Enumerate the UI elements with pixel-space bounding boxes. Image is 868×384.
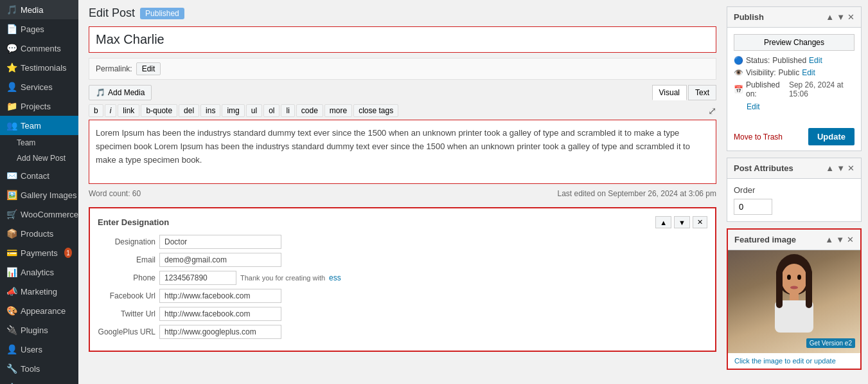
del-button[interactable]: del — [179, 104, 199, 117]
designation-collapse-up[interactable]: ▲ — [655, 216, 671, 228]
sidebar-subitem-add-new-post[interactable]: Add New Post — [0, 151, 78, 166]
sidebar-item-comments[interactable]: 💬 Comments — [0, 39, 78, 58]
featured-up-btn[interactable]: ▲ — [825, 235, 833, 244]
preview-changes-button[interactable]: Preview Changes — [734, 34, 855, 51]
designation-label: Designation — [98, 237, 155, 246]
text-tab[interactable]: Text — [688, 85, 716, 100]
click-to-edit-link[interactable]: Click the image to edit or update — [734, 357, 836, 365]
ul-button[interactable]: ul — [246, 104, 262, 117]
svg-point-4 — [787, 275, 791, 280]
publish-close-btn[interactable]: ✕ — [847, 12, 855, 22]
featured-image-header: Featured image ▲ ▼ ✕ — [728, 230, 860, 250]
testimonials-icon: ⭐ — [6, 62, 17, 73]
featured-image-container[interactable]: Get Version e2 — [728, 250, 860, 353]
visual-tab[interactable]: Visual — [652, 85, 687, 100]
bquote-button[interactable]: b-quote — [141, 104, 177, 117]
sidebar-item-pages[interactable]: 📄 Pages — [0, 19, 78, 39]
sidebar-item-projects[interactable]: 📁 Projects — [0, 96, 78, 116]
appearance-icon: 🎨 — [6, 306, 17, 316]
update-button[interactable]: Update — [808, 128, 855, 145]
more-button[interactable]: more — [324, 104, 352, 117]
twitter-input[interactable] — [159, 307, 281, 321]
ins-button[interactable]: ins — [200, 104, 220, 117]
word-count: Word count: 60 — [89, 189, 141, 198]
img-button[interactable]: img — [222, 104, 244, 117]
code-button[interactable]: code — [296, 104, 323, 117]
sidebar-item-label: Pages — [21, 24, 44, 34]
italic-button[interactable]: i — [105, 104, 117, 117]
sidebar-item-tools[interactable]: 🔧 Tools — [0, 359, 78, 378]
sidebar-item-plugins[interactable]: 🔌 Plugins — [0, 320, 78, 340]
helper-link[interactable]: ess — [329, 273, 341, 282]
sidebar-item-label: Services — [21, 82, 53, 92]
post-title-input[interactable] — [89, 26, 716, 53]
permalink-edit-button[interactable]: Edit — [136, 62, 161, 75]
sidebar-item-payments[interactable]: 💳 Payments 1 — [0, 243, 78, 262]
designation-input[interactable] — [159, 235, 281, 249]
designation-collapse-down[interactable]: ▼ — [674, 216, 690, 228]
post-attributes-panel: Post Attributes ▲ ▼ ✕ Order — [727, 158, 862, 222]
move-to-trash-link[interactable]: Move to Trash — [734, 133, 783, 142]
subitem-label: Add New Post — [17, 154, 66, 163]
post-attributes-header: Post Attributes ▲ ▼ ✕ — [727, 158, 861, 179]
woman-figure — [762, 250, 826, 353]
featured-close-btn[interactable]: ✕ — [847, 235, 854, 244]
attributes-close-btn[interactable]: ✕ — [847, 163, 855, 173]
edit-visibility-link[interactable]: Edit — [802, 68, 815, 77]
sidebar-item-label: Users — [21, 345, 42, 354]
featured-image-panel: Featured image ▲ ▼ ✕ — [727, 228, 862, 370]
attributes-up-btn[interactable]: ▲ — [826, 163, 834, 173]
gallery-icon: 🖼️ — [6, 190, 17, 200]
featured-down-btn[interactable]: ▼ — [836, 235, 844, 244]
sidebar-item-settings[interactable]: ⚙️ Settings — [0, 378, 78, 384]
post-attributes-title: Post Attributes — [734, 163, 793, 173]
add-media-button[interactable]: 🎵 Add Media — [89, 85, 152, 100]
format-bar: b i link b-quote del ins img ul ol li co… — [89, 104, 716, 117]
twitter-label: Twitter Url — [98, 309, 155, 318]
editor-area[interactable]: Lorem Ipsum has been the industrys stand… — [89, 120, 716, 184]
contact-icon: ✉️ — [6, 170, 17, 181]
sidebar-item-label: WooCommerce — [21, 210, 78, 219]
phone-input[interactable] — [159, 271, 236, 285]
visibility-row: 👁️ Visibility: Public Edit — [734, 68, 855, 77]
li-button[interactable]: li — [281, 104, 294, 117]
close-tags-button[interactable]: close tags — [353, 104, 398, 117]
editor-meta: Word count: 60 Last edited on September … — [89, 187, 716, 201]
email-field-row: Email — [98, 253, 707, 267]
designation-field-row: Designation — [98, 235, 707, 249]
googleplus-input[interactable] — [159, 325, 281, 339]
edit-date-link[interactable]: Edit — [747, 102, 760, 111]
sidebar-subitem-team[interactable]: Team — [0, 135, 78, 151]
publish-up-btn[interactable]: ▲ — [826, 12, 834, 22]
sidebar-item-appearance[interactable]: 🎨 Appearance — [0, 301, 78, 320]
sidebar-item-gallery[interactable]: 🖼️ Gallery Images — [0, 185, 78, 205]
sidebar-item-contact[interactable]: ✉️ Contact — [0, 166, 78, 185]
sidebar-item-woocommerce[interactable]: 🛒 WooCommerce — [0, 205, 78, 224]
get-version-badge[interactable]: Get Version e2 — [806, 338, 855, 348]
sidebar-item-media[interactable]: 🎵 Media — [0, 0, 78, 19]
publish-down-btn[interactable]: ▼ — [837, 12, 845, 22]
designation-title: Enter Designation — [98, 217, 169, 227]
svg-point-8 — [790, 286, 798, 289]
facebook-input[interactable] — [159, 289, 281, 303]
right-panel: Publish ▲ ▼ ✕ Preview Changes 🔵 Status: … — [727, 0, 868, 384]
fullscreen-button[interactable]: ⤢ — [708, 105, 716, 117]
designation-close[interactable]: ✕ — [693, 216, 707, 228]
ol-button[interactable]: ol — [263, 104, 279, 117]
sidebar-item-marketing[interactable]: 📣 Marketing — [0, 282, 78, 301]
link-button[interactable]: link — [118, 104, 139, 117]
helper-text: Thank you for creating with — [240, 274, 325, 282]
email-input[interactable] — [159, 253, 281, 267]
attributes-down-btn[interactable]: ▼ — [837, 163, 845, 173]
edit-status-link[interactable]: Edit — [809, 56, 822, 65]
sidebar-item-analytics[interactable]: 📊 Analytics — [0, 262, 78, 282]
sidebar-item-team[interactable]: 👥 Team — [0, 116, 78, 135]
designation-header: Enter Designation ▲ ▼ ✕ — [98, 216, 707, 228]
sidebar-item-products[interactable]: 📦 Products — [0, 224, 78, 243]
sidebar-item-testimonials[interactable]: ⭐ Testimonials — [0, 58, 78, 77]
bold-button[interactable]: b — [89, 104, 103, 117]
status-label: Status: — [746, 56, 770, 65]
sidebar-item-users[interactable]: 👤 Users — [0, 340, 78, 359]
sidebar-item-services[interactable]: 👤 Services — [0, 77, 78, 96]
order-input[interactable] — [734, 199, 772, 215]
